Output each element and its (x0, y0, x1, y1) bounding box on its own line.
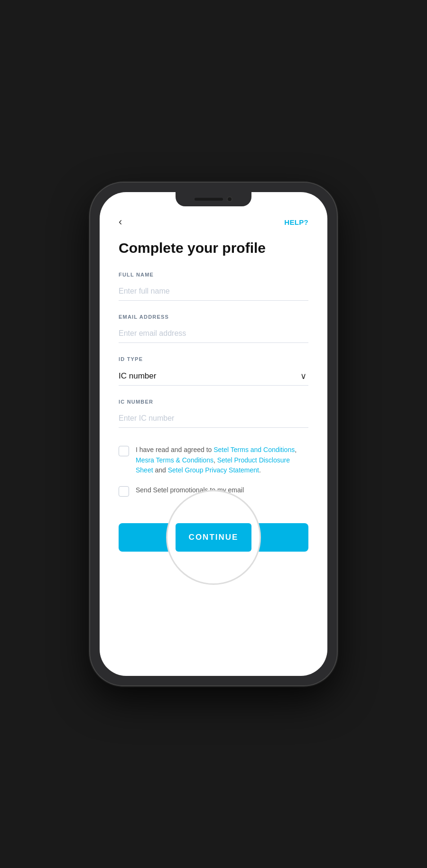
back-button[interactable]: ‹ (119, 216, 122, 228)
phone-shell: ‹ HELP? Complete your profile FULL NAME … (90, 183, 337, 685)
help-button[interactable]: HELP? (284, 218, 308, 226)
terms-checkbox[interactable] (119, 446, 129, 456)
terms-sep1: , (295, 446, 297, 453)
continue-btn-wrapper: CONTINUE CONTINUE (119, 523, 308, 552)
mesra-terms-link[interactable]: Mesra Terms & Conditions (136, 456, 214, 464)
full-name-group: FULL NAME (119, 272, 308, 301)
terms-text: I have read and agreed to Setel Terms an… (136, 445, 308, 476)
setel-terms-link[interactable]: Setel Terms and Conditions (214, 446, 295, 453)
id-type-group: ID TYPE IC number Passport Army/Police I… (119, 356, 308, 386)
terms-suffix: . (259, 466, 261, 474)
terms-checkbox-row: I have read and agreed to Setel Terms an… (119, 445, 308, 476)
full-name-input[interactable] (119, 282, 308, 301)
full-name-label: FULL NAME (119, 272, 308, 277)
promo-checkbox[interactable] (119, 486, 129, 497)
continue-button[interactable]: CONTINUE (119, 523, 308, 552)
id-type-select-wrapper: IC number Passport Army/Police ID ∨ (119, 367, 308, 386)
notch-camera (227, 196, 232, 202)
app-content: ‹ HELP? Complete your profile FULL NAME … (100, 192, 327, 676)
terms-sep2: , (214, 456, 217, 464)
notch-speaker (195, 198, 223, 201)
phone-notch (176, 192, 251, 206)
id-type-label: ID TYPE (119, 356, 308, 362)
privacy-link[interactable]: Setel Group Privacy Statement (168, 466, 259, 474)
page-title: Complete your profile (119, 240, 308, 257)
promo-checkbox-row: Send Setel promotionals to my email (119, 485, 308, 497)
ic-number-group: IC NUMBER (119, 399, 308, 428)
email-input[interactable] (119, 324, 308, 343)
phone-screen: ‹ HELP? Complete your profile FULL NAME … (100, 192, 327, 676)
ic-number-label: IC NUMBER (119, 399, 308, 405)
checkbox-group: I have read and agreed to Setel Terms an… (119, 445, 308, 506)
id-type-select[interactable]: IC number Passport Army/Police ID (119, 367, 308, 386)
email-group: EMAIL ADDRESS (119, 314, 308, 343)
email-label: EMAIL ADDRESS (119, 314, 308, 320)
terms-mid: and (153, 466, 168, 474)
ic-number-input[interactable] (119, 409, 308, 428)
nav-bar: ‹ HELP? (119, 216, 308, 228)
promo-text: Send Setel promotionals to my email (136, 485, 244, 496)
terms-prefix: I have read and agreed to (136, 446, 214, 453)
